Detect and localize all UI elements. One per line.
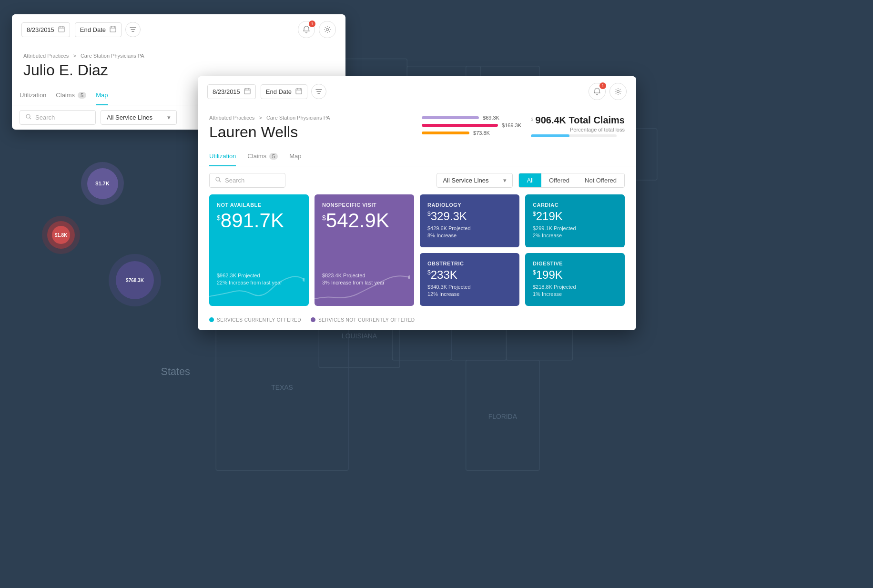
julio-dropdown-arrow: ▾ (167, 114, 171, 121)
util-card-cardiac-sub2: 2% Increase (533, 232, 617, 239)
julio-tab-map[interactable]: Map (96, 86, 108, 105)
lauren-breadcrumb-current: Care Station Physicians PA (266, 115, 330, 121)
util-card-cardiac: Cardiac $219K $299.1K Projected 2% Incre… (525, 194, 625, 247)
julio-service-lines-label: All Service Lines (107, 114, 152, 121)
lauren-start-date[interactable]: 8/23/2015 (207, 84, 256, 99)
julio-toolbar: 8/23/2015 End Date (12, 14, 345, 45)
lauren-search-box[interactable]: Search (209, 173, 285, 188)
stat-bar-row-3: $73.8K (422, 130, 521, 136)
lauren-patient-name: Lauren Wells (209, 123, 422, 141)
lauren-notification-button[interactable]: 1 (589, 83, 606, 100)
julio-search-box[interactable]: Search (20, 110, 96, 125)
util-card-nonspecific-value: $542.9K (322, 211, 406, 231)
lauren-end-date-value: End Date (266, 88, 292, 95)
lauren-tab-claims[interactable]: Claims 5 (247, 147, 278, 166)
util-card-obstretric-value: $233K (427, 269, 512, 281)
util-card-not-available: Not Available $891.7K $962.3K Projected … (209, 194, 309, 306)
util-card-digestive-value: $199K (533, 269, 617, 281)
lauren-tab-claims-label: Claims (247, 152, 266, 160)
lauren-search-icon (215, 177, 221, 184)
svg-point-73 (408, 275, 410, 279)
util-card-obstretric-sub2: 12% Increase (427, 291, 512, 298)
lauren-percentage-bar-bg (531, 134, 617, 137)
stat-bar-2-value: $169.3K (502, 122, 521, 128)
legend-not-offered-label: SERVICES NOT CURRENTLY OFFERED (318, 317, 415, 323)
lauren-service-lines-dropdown[interactable]: All Service Lines ▾ (436, 173, 513, 188)
lauren-breadcrumb-sep: > (259, 115, 263, 121)
julio-start-date[interactable]: 8/23/2015 (21, 22, 70, 37)
julio-search-icon (26, 114, 31, 121)
svg-line-60 (30, 118, 31, 119)
svg-line-71 (219, 181, 221, 182)
lauren-start-date-value: 8/23/2015 (213, 88, 240, 95)
svg-point-69 (617, 91, 619, 93)
stat-bar-3-value: $73.8K (473, 130, 490, 136)
legend-offered: SERVICES CURRENTLY OFFERED (209, 317, 301, 323)
util-card-radiology-amount: 329.3K (431, 210, 467, 223)
lauren-stat-bars: $69.3K $169.3K $73.8K (422, 115, 521, 136)
util-card-cardiac-amount: 219K (536, 210, 563, 223)
stat-bar-row-1: $69.3K (422, 115, 521, 121)
lauren-total-claims-value: 906.4K Total Claims (536, 115, 625, 125)
lauren-percentage-label: Percentage of total loss (531, 127, 625, 132)
map-circle-1-inner: $1.7K (87, 168, 118, 199)
lauren-toggle-group: All Offered Not Offered (518, 173, 625, 188)
lauren-end-date[interactable]: End Date (261, 84, 307, 99)
lauren-tab-map-label: Map (289, 152, 301, 160)
julio-service-lines-dropdown[interactable]: All Service Lines ▾ (101, 110, 177, 125)
svg-point-59 (26, 114, 30, 118)
lauren-tab-map[interactable]: Map (289, 147, 301, 166)
legend-not-offered-dot (311, 317, 315, 322)
julio-search-placeholder: Search (35, 114, 55, 121)
svg-rect-65 (296, 89, 302, 94)
svg-rect-61 (244, 89, 250, 94)
lauren-toggle-offered[interactable]: Offered (541, 173, 577, 187)
util-card-nonspecific-sub2: 3% Increase from last year (322, 279, 406, 286)
julio-breadcrumb-sep: > (73, 53, 77, 59)
julio-settings-button[interactable] (319, 21, 336, 38)
lauren-total-claims: $ 906.4K Total Claims Percentage of tota… (531, 115, 625, 137)
lauren-toggle-all[interactable]: All (519, 173, 541, 187)
julio-tab-claims-badge: 5 (78, 92, 86, 99)
lauren-dropdown-chevron: ▾ (503, 177, 507, 184)
lauren-breadcrumb: Attributed Practices > Care Station Phys… (209, 115, 422, 121)
julio-tab-claims[interactable]: Claims 5 (56, 86, 86, 105)
lauren-tabs: Utilization Claims 5 Map (198, 147, 636, 166)
lauren-breadcrumb-parent: Attributed Practices (209, 115, 254, 121)
julio-start-date-value: 8/23/2015 (27, 26, 54, 33)
julio-filter-button[interactable] (125, 22, 141, 37)
map-circle-1: $1.7K (81, 162, 124, 205)
lauren-filter-button[interactable] (311, 84, 326, 99)
lauren-legend: SERVICES CURRENTLY OFFERED SERVICES NOT … (198, 314, 636, 330)
stat-bar-row-2: $169.3K (422, 122, 521, 128)
julio-tab-map-label: Map (96, 91, 108, 99)
svg-rect-54 (110, 27, 116, 32)
util-card-not-available-sub1: $962.3K Projected (217, 272, 301, 279)
legend-offered-label: SERVICES CURRENTLY OFFERED (217, 317, 301, 323)
lauren-util-grid: Not Available $891.7K $962.3K Projected … (198, 194, 636, 314)
svg-point-58 (326, 29, 329, 31)
lauren-end-calendar-icon (295, 88, 302, 96)
julio-end-date[interactable]: End Date (75, 22, 122, 37)
lauren-settings-button[interactable] (609, 83, 627, 100)
julio-notification-button[interactable]: 1 (298, 21, 315, 38)
util-card-obstretric: Obstretric $233K $340.3K Projected 12% I… (420, 253, 519, 306)
julio-tab-utilization[interactable]: Utilization (20, 86, 46, 105)
util-card-not-available-sub: $962.3K Projected 22% Increase from last… (217, 272, 301, 287)
util-card-nonspecific: Nonspecific Visit $542.9K $823.4K Projec… (315, 194, 414, 306)
julio-calendar-icon (58, 26, 65, 34)
lauren-card: 8/23/2015 End Date (198, 76, 636, 330)
util-card-not-available-value: $891.7K (217, 211, 301, 231)
util-card-not-available-title: Not Available (217, 202, 301, 208)
julio-breadcrumb-parent: Attributed Practices (23, 53, 69, 59)
lauren-percentage-bar (531, 134, 625, 137)
util-card-digestive: Digestive $199K $218.8K Projected 1% Inc… (525, 253, 625, 306)
lauren-tab-utilization[interactable]: Utilization (209, 147, 236, 166)
lauren-percentage-bar-fill (531, 134, 569, 137)
util-card-not-available-amount: 891.7K (221, 209, 284, 232)
lauren-search-placeholder: Search (225, 177, 244, 184)
util-card-nonspecific-title: Nonspecific Visit (322, 202, 406, 208)
map-circle-2: $1.8K (42, 216, 80, 254)
julio-tab-claims-label: Claims (56, 91, 75, 99)
lauren-toggle-not-offered[interactable]: Not Offered (577, 173, 624, 187)
